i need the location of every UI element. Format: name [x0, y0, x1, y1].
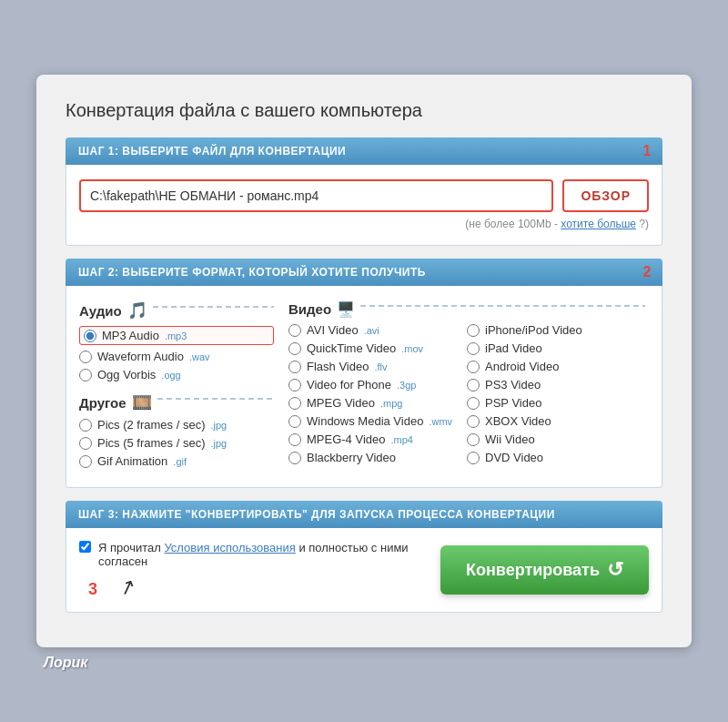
- format-gif[interactable]: Gif Animation .gif: [79, 454, 274, 468]
- agree-row: Я прочитал Условия использования и полно…: [79, 541, 425, 568]
- step3-body: Я прочитал Условия использования и полно…: [66, 528, 662, 613]
- page-title: Конвертация файла с вашего компьютера: [66, 100, 662, 121]
- convert-arrow-icon: ↺: [607, 558, 623, 582]
- step3-bottom-row: 3 ↗: [79, 575, 425, 599]
- format-right: Видео 🖥️ AVI Video .avi: [288, 300, 649, 473]
- format-ogg-audio[interactable]: Ogg Vorbis .ogg: [79, 368, 274, 381]
- watermark: Лорик: [44, 655, 87, 671]
- radio-avi[interactable]: [288, 324, 301, 337]
- music-icon: 🎵: [127, 300, 147, 320]
- step3-left: Я прочитал Условия использования и полно…: [79, 541, 425, 599]
- format-flash-video[interactable]: Flash Video .flv: [288, 360, 467, 373]
- format-wav-audio[interactable]: Waveform Audio .wav: [79, 350, 274, 363]
- step1-number: 1: [643, 143, 652, 159]
- format-quicktime[interactable]: QuickTime Video .mov: [288, 341, 467, 355]
- main-container: Конвертация файла с вашего компьютера ША…: [36, 75, 692, 647]
- radio-dvd[interactable]: [467, 452, 480, 464]
- radio-wmv[interactable]: [288, 415, 301, 428]
- radio-xbox[interactable]: [467, 415, 480, 428]
- format-iphone[interactable]: iPhone/iPod Video: [467, 323, 645, 337]
- format-psp[interactable]: PSP Video: [467, 396, 645, 410]
- radio-ps3[interactable]: [467, 379, 480, 392]
- video-section: Видео 🖥️ AVI Video .avi: [288, 300, 649, 473]
- format-ipad[interactable]: iPad Video: [467, 341, 645, 355]
- file-size-note: (не более 100Mb - хотите больше ?): [79, 218, 649, 230]
- step1-section: ШАГ 1: ВЫБЕРИТЕ ФАЙЛ ДЛЯ КОНВЕРТАЦИИ 1 О…: [66, 137, 662, 246]
- radio-ogg[interactable]: [79, 369, 92, 381]
- format-left: Аудио 🎵 MP3 Audio .mp3 Waveform Audio .w…: [79, 300, 288, 473]
- audio-title: Аудио 🎵: [79, 300, 274, 320]
- format-video-phone[interactable]: Video for Phone .3gp: [288, 378, 467, 392]
- file-path-input[interactable]: [79, 179, 553, 212]
- step1-header: ШАГ 1: ВЫБЕРИТЕ ФАЙЛ ДЛЯ КОНВЕРТАЦИИ 1: [66, 137, 662, 165]
- step2-number: 2: [643, 264, 652, 280]
- format-mp3-audio[interactable]: MP3 Audio .mp3: [79, 326, 274, 345]
- radio-wii[interactable]: [467, 433, 480, 446]
- arrow-annotation: ↗: [116, 574, 139, 602]
- radio-blackberry[interactable]: [288, 452, 301, 464]
- step1-body: ОБЗОР (не более 100Mb - хотите больше ?): [66, 165, 662, 246]
- format-wii[interactable]: Wii Video: [467, 432, 645, 446]
- file-input-row: ОБЗОР: [79, 179, 649, 212]
- format-dvd[interactable]: DVD Video: [467, 451, 645, 464]
- radio-mp4[interactable]: [288, 433, 301, 446]
- step3-header: ШАГ 3: НАЖМИТЕ "КОНВЕРТИРОВАТЬ" ДЛЯ ЗАПУ…: [66, 501, 662, 528]
- step2-section: ШАГ 2: ВЫБЕРИТЕ ФОРМАТ, КОТОРЫЙ ХОТИТЕ П…: [66, 259, 662, 488]
- want-more-link[interactable]: хотите больше: [561, 218, 636, 230]
- radio-flash[interactable]: [288, 361, 301, 373]
- step3-section: ШАГ 3: НАЖМИТЕ "КОНВЕРТИРОВАТЬ" ДЛЯ ЗАПУ…: [66, 501, 662, 613]
- radio-3gp[interactable]: [288, 379, 301, 392]
- radio-gif[interactable]: [79, 455, 92, 468]
- radio-wav[interactable]: [79, 351, 92, 363]
- format-wmv[interactable]: Windows Media Video .wmv: [288, 414, 467, 428]
- video-col1: AVI Video .avi QuickTime Video .mov Flas…: [288, 323, 467, 469]
- radio-mp3[interactable]: [84, 330, 96, 342]
- video-col2: iPhone/iPod Video iPad Video Android Vid…: [467, 323, 645, 469]
- radio-pics5[interactable]: [79, 437, 92, 450]
- film-icon: 🎞️: [132, 392, 152, 412]
- format-avi[interactable]: AVI Video .avi: [288, 323, 467, 337]
- format-xbox[interactable]: XBOX Video: [467, 414, 645, 428]
- monitor-icon: 🖥️: [337, 300, 355, 318]
- format-columns: Аудио 🎵 MP3 Audio .mp3 Waveform Audio .w…: [79, 300, 649, 473]
- video-cols: AVI Video .avi QuickTime Video .mov Flas…: [288, 323, 645, 469]
- other-section: Другое 🎞️ Pics (2 frames / sec) .jpg Pic…: [79, 392, 274, 468]
- format-mp4[interactable]: MPEG-4 Video .mp4: [288, 432, 467, 446]
- other-title: Другое 🎞️: [79, 392, 274, 412]
- radio-iphone[interactable]: [467, 324, 480, 337]
- radio-mpeg[interactable]: [288, 397, 301, 410]
- format-pics2[interactable]: Pics (2 frames / sec) .jpg: [79, 418, 274, 432]
- agree-checkbox[interactable]: [79, 541, 91, 553]
- terms-link[interactable]: Условия использования: [164, 541, 295, 554]
- step3-number: 3: [88, 580, 97, 599]
- format-ps3[interactable]: PS3 Video: [467, 378, 645, 392]
- radio-psp[interactable]: [467, 397, 480, 410]
- convert-button[interactable]: Конвертировать ↺: [440, 545, 649, 595]
- radio-ipad[interactable]: [467, 342, 480, 355]
- video-title: Видео 🖥️: [288, 300, 645, 318]
- format-mpeg[interactable]: MPEG Video .mpg: [288, 396, 467, 410]
- browse-button[interactable]: ОБЗОР: [562, 179, 649, 212]
- format-android[interactable]: Android Video: [467, 360, 645, 373]
- format-blackberry[interactable]: Blackberry Video: [288, 451, 467, 464]
- format-pics5[interactable]: Pics (5 frames / sec) .jpg: [79, 436, 274, 450]
- radio-quicktime[interactable]: [288, 342, 301, 355]
- step2-body: Аудио 🎵 MP3 Audio .mp3 Waveform Audio .w…: [66, 286, 662, 488]
- radio-pics2[interactable]: [79, 419, 92, 432]
- step2-header: ШАГ 2: ВЫБЕРИТЕ ФОРМАТ, КОТОРЫЙ ХОТИТЕ П…: [66, 259, 662, 286]
- radio-android[interactable]: [467, 361, 480, 373]
